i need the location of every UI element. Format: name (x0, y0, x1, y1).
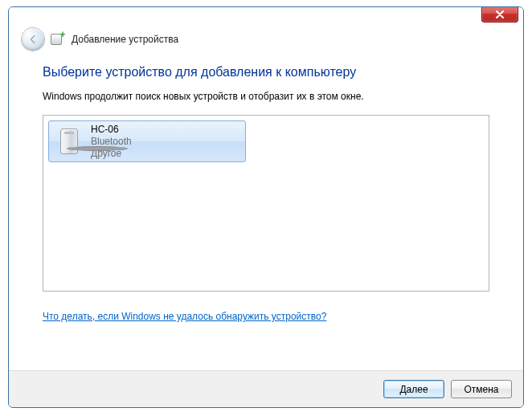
device-icon (55, 125, 83, 157)
close-icon (495, 10, 505, 18)
next-button[interactable]: Далее (383, 380, 444, 398)
page-subtext: Windows продолжит поиск новых устройств … (43, 91, 489, 102)
back-button[interactable] (22, 28, 44, 51)
footer: Далее Отмена (9, 370, 523, 407)
content-area: Выберите устройство для добавления к ком… (9, 62, 523, 370)
close-button[interactable] (481, 6, 518, 22)
device-name: HC-06 (91, 124, 132, 136)
wizard-header: + Добавление устройства (9, 25, 523, 62)
device-list[interactable]: HC-06 Bluetooth Другое (43, 115, 489, 292)
wizard-title: Добавление устройства (72, 34, 178, 45)
titlebar (9, 7, 523, 25)
device-text: HC-06 Bluetooth Другое (91, 124, 132, 160)
cancel-button[interactable]: Отмена (451, 380, 512, 398)
help-link[interactable]: Что делать, если Windows не удалось обна… (43, 311, 326, 322)
help-link-row: Что делать, если Windows не удалось обна… (43, 311, 489, 322)
device-item[interactable]: HC-06 Bluetooth Другое (48, 120, 246, 162)
back-arrow-icon (27, 34, 39, 45)
add-device-icon: + (51, 32, 65, 47)
add-device-wizard-window: + Добавление устройства Выберите устройс… (8, 6, 524, 408)
page-heading: Выберите устройство для добавления к ком… (43, 65, 489, 80)
